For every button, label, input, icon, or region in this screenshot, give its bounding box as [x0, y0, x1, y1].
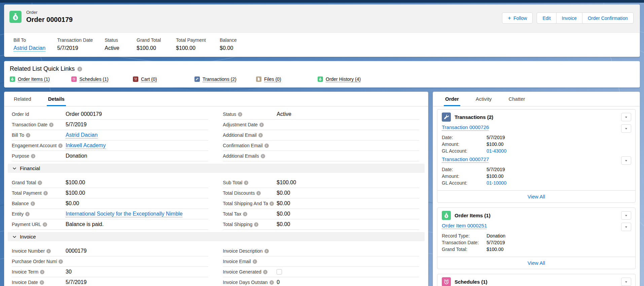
svg-text:$: $ [445, 215, 447, 218]
record-title-row: Order Item 0000251 [442, 223, 631, 231]
record-actions-button[interactable] [621, 156, 631, 165]
section-invoice[interactable]: Invoice [8, 232, 425, 241]
field-value-link[interactable]: Astrid Dacian [13, 45, 45, 51]
record-field-amount: Amount:$100.00 [442, 173, 631, 180]
info-icon[interactable]: i [77, 67, 82, 71]
record-field-label: Amount: [442, 141, 487, 148]
card-actions-button[interactable] [621, 278, 631, 286]
record-actions-button[interactable] [621, 124, 631, 133]
record-link[interactable]: Transaction 0000727 [442, 156, 489, 162]
card-actions-button[interactable] [621, 113, 631, 121]
section-financial[interactable]: Financial [8, 164, 425, 173]
field-row-additional-emails: Additional Emailsi [223, 151, 419, 161]
follow-button[interactable]: + Follow [502, 12, 533, 24]
file-icon [256, 76, 261, 82]
record-field-transaction-date: Transaction Date:5/7/2019 [442, 239, 631, 246]
view-all-row: View All [437, 190, 635, 202]
info-icon[interactable]: i [261, 154, 265, 158]
quick-link-cart-0[interactable]: Cart (0) [133, 76, 194, 82]
card-actions-button[interactable] [621, 211, 631, 220]
field-row-grand-total: Grand Totali$100.00 [12, 178, 208, 188]
field-label: Total Payment [176, 37, 216, 43]
record-fields: Date:5/7/2019Amount:$100.00GL Account:01… [442, 134, 631, 154]
info-icon[interactable]: i [38, 181, 42, 185]
quick-link-transactions-2[interactable]: Transactions (2) [194, 76, 256, 82]
record-field-value: 5/7/2019 [487, 166, 505, 173]
record-actions-button[interactable] [621, 223, 631, 231]
record-transaction-0000727: Transaction 0000727Date:5/7/2019Amount:$… [437, 156, 635, 188]
field-value-link[interactable]: Astrid Dacian [66, 132, 98, 138]
info-icon[interactable]: i [264, 249, 269, 253]
highlight-field-status: StatusActive [105, 37, 137, 51]
info-icon[interactable]: i [46, 249, 51, 253]
field-label: Total Shippingi [223, 222, 277, 227]
quick-link-schedules-1[interactable]: Schedules (1) [71, 76, 133, 82]
edit-button[interactable]: Edit [537, 12, 556, 24]
info-icon[interactable]: i [270, 201, 274, 206]
info-icon[interactable]: i [59, 259, 63, 264]
chevron-down-icon [12, 234, 17, 239]
info-icon[interactable]: i [263, 270, 267, 274]
record-field-label: GL Account: [442, 148, 487, 154]
quick-link-order-history-4[interactable]: $Order History (4) [318, 76, 379, 82]
record-field-value-link[interactable]: 01-43000 [487, 148, 506, 154]
field-label: Bill To [13, 37, 54, 43]
info-icon[interactable]: i [25, 212, 30, 216]
tab-details[interactable]: Details [47, 92, 66, 106]
info-icon[interactable]: i [49, 123, 53, 127]
record-field-value-link[interactable]: 01-10000 [487, 180, 506, 186]
plus-icon: + [508, 15, 511, 21]
field-label-text: Order Id [12, 112, 29, 117]
info-icon[interactable]: i [43, 222, 47, 227]
field-label: Statusi [223, 112, 277, 117]
info-icon[interactable]: i [58, 144, 63, 148]
field-label: Payment URLi [12, 222, 66, 227]
info-icon[interactable]: i [270, 280, 274, 285]
detail-tab-bar: Related Details [4, 92, 428, 106]
record-field-value: $100.00 [487, 173, 504, 180]
info-icon[interactable]: i [238, 112, 242, 117]
tab-order[interactable]: Order [444, 92, 460, 106]
field-label: Grand Totali [12, 180, 66, 185]
highlight-field-total-payment: Total Payment$100.00 [176, 37, 220, 51]
field-value-link[interactable]: Inkwell Academy [66, 142, 106, 149]
quick-link-label: Files (0) [264, 76, 281, 82]
tab-chatter[interactable]: Chatter [507, 92, 526, 106]
info-icon[interactable]: i [264, 144, 269, 148]
field-label-text: Total Discounts [223, 190, 255, 196]
wrench-icon [194, 76, 200, 82]
info-icon[interactable]: i [243, 212, 247, 216]
info-icon[interactable]: i [40, 280, 44, 285]
field-value-link[interactable]: International Society for the Exceptiona… [66, 211, 183, 217]
info-icon[interactable]: i [253, 259, 257, 264]
info-icon[interactable]: i [31, 154, 35, 158]
quick-link-label: Schedules (1) [79, 76, 108, 82]
field-row-invoice-number: Invoice Numberi0000179 [12, 246, 208, 256]
detail-fields-top: Order IdOrder 0000179Transaction Datei5/… [4, 106, 428, 161]
tab-activity[interactable]: Activity [474, 92, 493, 106]
record-link[interactable]: Transaction 0000726 [442, 124, 489, 130]
field-value: $0.00 [220, 45, 237, 51]
record-field-amount: Amount:$100.00 [442, 141, 631, 148]
info-icon[interactable]: i [40, 270, 44, 274]
info-icon[interactable]: i [26, 133, 30, 137]
info-icon[interactable]: i [259, 123, 264, 127]
view-all-link[interactable]: View All [528, 260, 545, 266]
record-field-gl-account: GL Account:01-43000 [442, 148, 631, 154]
info-icon[interactable]: i [254, 222, 258, 227]
invoice-button[interactable]: Invoice [556, 12, 582, 24]
info-icon[interactable]: i [43, 191, 48, 195]
field-label-text: Payment URL [12, 222, 41, 227]
info-icon[interactable]: i [258, 133, 263, 137]
tab-related[interactable]: Related [12, 92, 33, 106]
invoice-generated-checkbox[interactable] [277, 269, 282, 275]
quick-link-files-0[interactable]: Files (0) [256, 76, 318, 82]
info-icon[interactable]: i [244, 181, 248, 185]
view-all-link[interactable]: View All [528, 194, 545, 199]
info-icon[interactable]: i [256, 191, 261, 195]
order-confirmation-button[interactable]: Order Confirmation [582, 12, 634, 24]
record-link[interactable]: Order Item 0000251 [442, 223, 487, 228]
info-icon[interactable]: i [31, 201, 35, 206]
header-action-buttons: + Follow Edit Invoice Order Confirmation [502, 12, 634, 24]
quick-link-order-items-1[interactable]: $Order Items (1) [10, 76, 71, 82]
